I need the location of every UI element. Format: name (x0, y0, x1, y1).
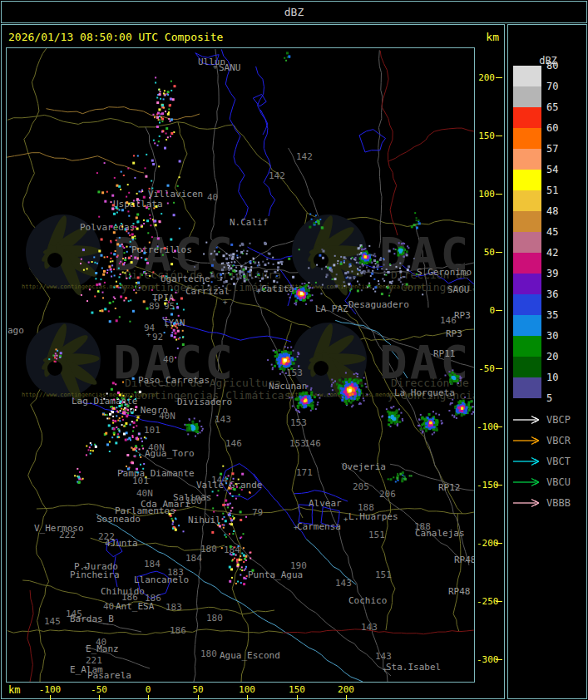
place-label: Carmensa (297, 521, 341, 532)
station-marker: + (223, 298, 228, 306)
map-line-red (380, 51, 398, 235)
vector-legend-row: VBCU (508, 476, 588, 488)
y-axis-tick-mark (496, 485, 502, 486)
map-number-label: 146 (304, 438, 321, 449)
colorbar-tick-label: 54 (546, 165, 575, 175)
map-number-label: 142 (296, 151, 313, 162)
y-axis-tick-mark (496, 252, 502, 253)
vector-label: VBBB (546, 497, 571, 509)
place-label: SANU (219, 62, 241, 73)
map-number-label: 186 (145, 593, 161, 604)
dacc-watermark: DACCDirección de Agriculturay Contingenc… (288, 214, 474, 298)
place-label: Potrerillos (131, 244, 192, 255)
colorbar-swatch (513, 149, 541, 170)
place-label: Ovejeria (342, 461, 386, 472)
place-label: Divisadero (177, 397, 232, 407)
x-axis-tick-mark (99, 695, 100, 700)
vector-label: VBCR (546, 435, 571, 446)
map-number-label: 151 (375, 569, 392, 580)
y-axis-tick-label: -50 (477, 363, 495, 374)
place-label: Agua_Escond (220, 650, 280, 661)
map-number-label: 92 (152, 332, 163, 343)
vector-arrow-icon (512, 477, 542, 487)
y-axis-tick-label: -100 (477, 421, 495, 432)
map-number-label: 186 (170, 625, 186, 636)
station-marker: + (83, 563, 88, 571)
y-axis-tick-label: -300 (477, 654, 495, 665)
colorbar-swatch (513, 190, 541, 211)
colorbar-tick-label: 39 (546, 269, 575, 279)
map-line-tan (47, 107, 200, 120)
place-label: RP12 (438, 482, 461, 493)
map-line-blue (359, 130, 386, 152)
colorbar-swatch (513, 274, 541, 294)
vector-arrow-icon (512, 498, 542, 508)
y-axis-tick-mark (496, 136, 502, 136)
y-axis-tick-label: -150 (477, 480, 495, 490)
map-number-label: 79 (252, 507, 263, 518)
y-axis-tick-mark (496, 426, 502, 427)
map-number-label: 145 (66, 609, 82, 619)
colorbar-swatch (513, 253, 541, 274)
map-number-label: 145 (44, 616, 61, 627)
colorbar-swatch (513, 86, 541, 107)
x-axis-tick-mark (297, 695, 298, 700)
y-axis-tick-mark (496, 543, 502, 544)
map-line-tan (7, 153, 144, 173)
place-label: SAOU (447, 284, 470, 295)
map-number-label: 146 (440, 315, 457, 326)
map-number-label: 206 (379, 489, 396, 500)
vector-arrow-icon (512, 436, 542, 446)
map-number-label: 190 (290, 560, 307, 571)
map-number-label: 153 (289, 438, 306, 449)
map-number-label: 143 (375, 651, 392, 662)
vector-label: VBCT (546, 456, 571, 467)
map-number-label: 222 (98, 531, 115, 542)
map-number-label: 40N (159, 411, 175, 421)
map-number-label: 180 (200, 648, 217, 659)
map-number-label: 101 (144, 425, 161, 436)
y-axis-tick-mark (496, 368, 502, 369)
place-label: Paso_Carretas (138, 375, 210, 386)
colorbar-tick-label: 45 (546, 227, 575, 238)
map-number-label: 183 (167, 567, 184, 578)
map-line-blue (256, 67, 275, 216)
x-axis-tick-mark (346, 695, 347, 700)
x-axis-tick-mark (148, 695, 149, 700)
station-marker: + (146, 330, 151, 338)
colorbar-tick-label: 42 (546, 248, 575, 259)
map-line-gray (146, 127, 158, 239)
station-marker: + (153, 295, 158, 303)
x-axis-tick-label: 150 (279, 684, 315, 695)
map-line-gray (390, 464, 474, 490)
colorbar-tick-label: 80 (546, 61, 575, 71)
y-axis-tick-mark (496, 601, 502, 602)
place-label: RP48 (454, 555, 474, 565)
place-label: Carrizal (185, 286, 230, 297)
place-label: Sta.Isabel (386, 662, 441, 673)
colorbar-swatch (513, 315, 541, 336)
map-number-label: 143 (361, 622, 378, 633)
legend-panel: dBZ 807065605754514845423936353020105 VB… (507, 24, 587, 699)
map-number-label: 151 (368, 530, 385, 540)
map-number-label: 40 (96, 637, 106, 648)
radar-map: DACCDirección de Agriculturay Contingenc… (7, 48, 474, 682)
y-axis-tick-label: 0 (477, 305, 495, 316)
radar-app-window: dBZ 2026/01/13 08:50:00 UTC Composite km… (0, 0, 588, 700)
colorbar-swatch (513, 357, 541, 377)
x-axis-unit-label: km (8, 684, 20, 696)
map-line-red (388, 128, 474, 161)
map-number-label: 180 (206, 613, 223, 624)
map-number-label: 40 (163, 354, 174, 365)
colorbar-swatch (513, 128, 541, 149)
timestamp-label: 2026/01/13 08:50:00 UTC Composite (8, 31, 223, 43)
place-label: RP3 (454, 310, 471, 321)
title-bar: dBZ (1, 1, 587, 23)
map-number-label: 40N (136, 488, 153, 499)
map-number-label: 222 (59, 530, 76, 540)
colorbar-tick-label: 65 (546, 102, 575, 113)
x-axis-tick-mark (247, 695, 248, 700)
colorbar-swatch (513, 211, 541, 232)
place-label: Ugarteche (161, 274, 210, 284)
place-label: LA PAZ (315, 303, 348, 314)
